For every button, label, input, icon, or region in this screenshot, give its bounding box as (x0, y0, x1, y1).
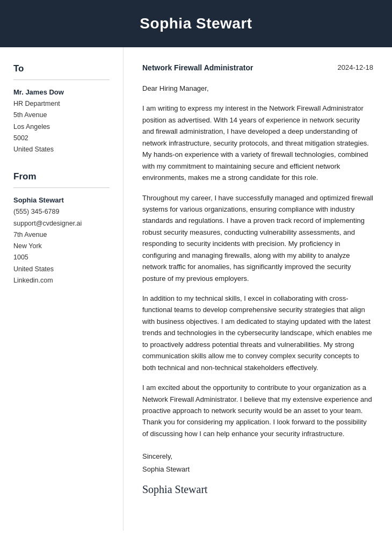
from-name: Sophia Stewart (13, 196, 110, 204)
to-line2: 5th Avenue (13, 111, 47, 119)
letter-paragraph1: I am writing to express my interest in t… (142, 103, 373, 183)
to-line1: HR Department (13, 100, 60, 107)
header-name: Sophia Stewart (21, 15, 371, 32)
to-line5: United States (13, 146, 54, 153)
letter-paragraph2: Throughout my career, I have successfull… (142, 192, 373, 285)
to-line3: Los Angeles (13, 123, 50, 131)
to-divider (13, 79, 110, 80)
main-content: Network Firewall Administrator 2024-12-1… (124, 47, 392, 531)
letter-closing: Sincerely, Sophia Stewart Sophia Stewart (142, 450, 373, 499)
sidebar: To Mr. James Dow HR Department 5th Avenu… (0, 47, 124, 531)
to-label: To (13, 63, 110, 74)
from-label: From (13, 171, 110, 182)
closing-name: Sophia Stewart (142, 463, 373, 475)
letter-header-row: Network Firewall Administrator 2024-12-1… (142, 63, 373, 72)
from-details: (555) 345-6789 support@cvdesigner.ai 7th… (13, 206, 110, 286)
letter-body: Dear Hiring Manager, I am writing to exp… (142, 83, 373, 439)
from-line2: New York (13, 242, 42, 250)
from-section: From Sophia Stewart (555) 345-6789 suppo… (13, 171, 110, 286)
from-divider (13, 187, 110, 188)
from-email: support@cvdesigner.ai (13, 220, 82, 227)
from-line4: United States (13, 265, 54, 273)
letter-paragraph3: In addition to my technical skills, I ex… (142, 293, 373, 373)
letter-date: 2024-12-18 (338, 63, 374, 71)
page: Sophia Stewart To Mr. James Dow HR Depar… (0, 0, 392, 550)
from-line3: 1005 (13, 254, 28, 261)
from-line1: 7th Avenue (13, 231, 47, 238)
body-layout: To Mr. James Dow HR Department 5th Avenu… (0, 47, 392, 531)
header: Sophia Stewart (0, 0, 392, 47)
closing-word: Sincerely, (142, 450, 373, 462)
signature: Sophia Stewart (142, 480, 373, 499)
letter-position: Network Firewall Administrator (142, 63, 253, 72)
from-phone: (555) 345-6789 (13, 208, 59, 215)
to-details: HR Department 5th Avenue Los Angeles 500… (13, 98, 110, 155)
to-line4: 5002 (13, 134, 28, 142)
letter-paragraph4: I am excited about the opportunity to co… (142, 382, 373, 439)
to-name: Mr. James Dow (13, 88, 110, 96)
from-line5: Linkedin.com (13, 277, 53, 284)
letter-salutation: Dear Hiring Manager, (142, 83, 373, 94)
to-section: To Mr. James Dow HR Department 5th Avenu… (13, 63, 110, 155)
